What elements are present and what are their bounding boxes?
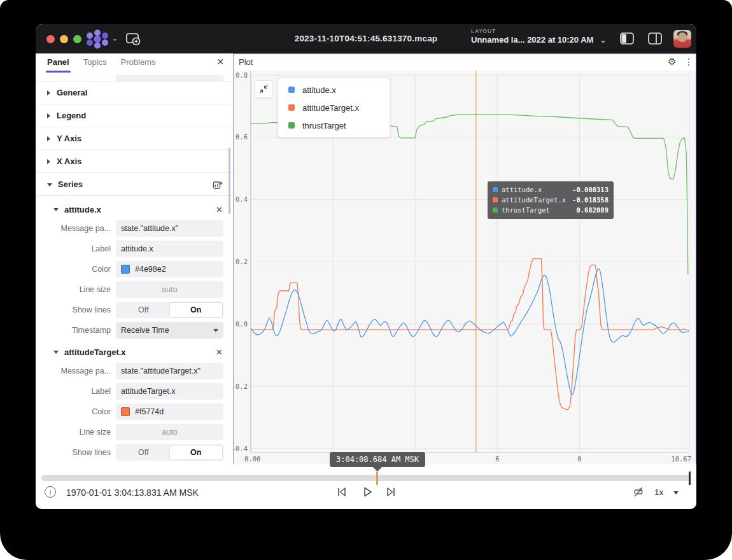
caret-down-icon — [47, 183, 52, 186]
field-value[interactable]: attitudeTarget.x — [116, 383, 223, 400]
color-swatch — [121, 407, 130, 416]
collapse-arrows-icon — [258, 84, 269, 94]
show-lines-toggle: OffOn — [116, 302, 223, 318]
caret-right-icon — [47, 159, 50, 164]
settings-sections: GeneralLegendY AxisX AxisSeries — [36, 81, 233, 196]
tab-problems[interactable]: Problems — [121, 57, 156, 68]
left-sidebar-toggle-icon[interactable] — [620, 32, 634, 45]
toggle-off-option[interactable]: Off — [117, 445, 170, 459]
field-label: Color — [36, 407, 111, 416]
timestamp-select[interactable]: Receive Time — [116, 322, 223, 339]
timeline-scrubber[interactable] — [41, 475, 691, 481]
color-hex: #4e98e2 — [135, 265, 166, 274]
legend-swatch — [288, 87, 295, 93]
field-label: Line size — [36, 428, 111, 437]
data-source-info-icon[interactable]: i — [45, 486, 56, 498]
scrubber-playhead[interactable] — [689, 472, 691, 485]
section-row-x-axis[interactable]: X Axis — [36, 150, 233, 173]
toggle-on-option[interactable]: On — [170, 303, 223, 317]
section-row-y-axis[interactable]: Y Axis — [36, 127, 233, 150]
caret-right-icon — [47, 90, 50, 95]
sidebar-close-icon[interactable]: ✕ — [216, 57, 224, 67]
svg-text:0.0: 0.0 — [236, 320, 248, 328]
field-label: Color — [36, 265, 111, 274]
tab-panel[interactable]: Panel — [47, 57, 69, 68]
tooltip-swatch — [493, 187, 498, 192]
svg-text:-0.2: -0.2 — [234, 382, 248, 390]
toggle-off-option[interactable]: Off — [117, 303, 170, 317]
loop-off-icon[interactable] — [632, 486, 645, 498]
panel-settings-gear-icon[interactable]: ⚙ — [668, 56, 676, 67]
plot-hover-tooltip: attitude.x-0.008313attitudeTarget.x-0.01… — [488, 181, 614, 219]
sidebar-scrollbar[interactable] — [229, 148, 230, 214]
plot-legend: attitude.xattitudeTarget.xthrustTarget — [278, 78, 390, 137]
panel-more-menu-icon[interactable]: ⋮ — [684, 57, 693, 67]
field-value[interactable]: state."attitude.x" — [116, 220, 223, 237]
svg-text:0.2: 0.2 — [236, 258, 248, 265]
layout-name: Unnamed la... 2022 at 10:20 AM⌄ — [471, 35, 607, 45]
series-header-attitudeTarget.x[interactable]: attitudeTarget.x✕ — [36, 345, 233, 359]
tab-topics[interactable]: Topics — [83, 57, 107, 68]
add-series-icon[interactable] — [213, 179, 223, 190]
field-value[interactable]: state."attitudeTarget.x" — [116, 363, 223, 379]
series-list: attitude.x✕Message pa...state."attitude.… — [36, 202, 233, 461]
series-field-row: Line sizeauto — [36, 281, 233, 298]
scrub-hover-tooltip: 3:04:08.684 AM MSK — [330, 452, 425, 467]
field-label: Timestamp — [36, 326, 111, 335]
series-field-row: Show linesOffOn — [36, 444, 233, 461]
legend-item-attitude.x[interactable]: attitude.x — [278, 81, 390, 99]
play-button[interactable] — [361, 486, 374, 498]
plot-panel-title: Plot — [239, 57, 253, 67]
field-value[interactable]: attitude.x — [116, 241, 223, 257]
playback-speed-chevron-icon[interactable] — [673, 491, 679, 494]
section-row-series[interactable]: Series — [36, 173, 233, 196]
layout-menu[interactable]: LAYOUT Unnamed la... 2022 at 10:20 AM⌄ — [471, 28, 607, 45]
plot-panel[interactable]: Plot ⚙ ⋮ 0.80.60.40.20.0-0.2-0.40.002468… — [233, 53, 696, 464]
legend-item-thrustTarget[interactable]: thrustTarget — [278, 116, 390, 134]
series-field-row: Line sizeauto — [36, 424, 233, 440]
series-name: attitude.x — [64, 205, 101, 214]
right-sidebar-toggle-icon[interactable] — [648, 32, 662, 45]
series-name: attitudeTarget.x — [64, 347, 126, 357]
caret-right-icon — [47, 136, 50, 141]
tooltip-row: thrustTarget0.682089 — [493, 205, 609, 215]
user-avatar[interactable] — [673, 30, 691, 48]
field-label: Label — [36, 387, 111, 396]
section-row-general[interactable]: General — [36, 81, 233, 104]
field-value-muted[interactable]: auto — [116, 424, 223, 440]
section-row-legend[interactable]: Legend — [36, 104, 233, 127]
legend-label: attitudeTarget.x — [302, 103, 359, 113]
seek-forward-button[interactable] — [384, 486, 397, 498]
tooltip-swatch — [493, 207, 498, 213]
series-field-row: Color#4e98e2 — [36, 261, 233, 277]
caret-right-icon — [47, 113, 50, 118]
remove-series-icon[interactable]: ✕ — [216, 205, 223, 214]
legend-swatch — [288, 104, 295, 111]
legend-item-attitudeTarget.x[interactable]: attitudeTarget.x — [278, 99, 390, 116]
scrubber-hover-marker — [376, 472, 378, 485]
field-label: Label — [36, 244, 111, 253]
section-label: General — [57, 88, 87, 97]
section-label: Y Axis — [57, 134, 81, 143]
legend-collapse-button[interactable] — [255, 80, 272, 98]
tooltip-series-value: -0.008313 — [572, 186, 609, 193]
field-label: Show lines — [36, 305, 111, 314]
series-header-attitude.x[interactable]: attitude.x✕ — [36, 202, 233, 216]
chevron-down-icon — [213, 329, 218, 332]
color-hex: #f5774d — [135, 407, 164, 416]
clipped-title-row: Title Plot — [36, 75, 233, 81]
svg-text:0.6: 0.6 — [236, 133, 248, 141]
color-field[interactable]: #4e98e2 — [116, 261, 223, 277]
series-field-row: Labelattitude.x — [36, 241, 233, 257]
seek-backward-button[interactable] — [335, 486, 348, 498]
toggle-on-option[interactable]: On — [170, 445, 223, 459]
title-field[interactable]: Plot — [116, 75, 223, 81]
field-label: Message pa... — [36, 367, 111, 375]
chart-area[interactable]: 0.80.60.40.20.0-0.2-0.40.00246810.67 att… — [234, 71, 696, 464]
svg-text:10.67: 10.67 — [671, 455, 691, 463]
field-value-muted[interactable]: auto — [116, 281, 223, 298]
color-field[interactable]: #f5774d — [116, 403, 223, 420]
legend-swatch — [288, 122, 295, 129]
playback-speed[interactable]: 1x — [654, 487, 663, 497]
remove-series-icon[interactable]: ✕ — [216, 347, 223, 357]
